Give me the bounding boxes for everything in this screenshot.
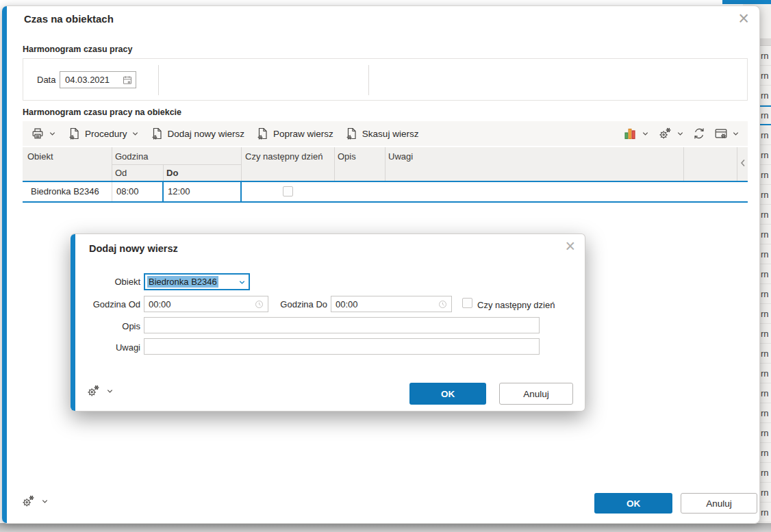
date-input[interactable]: 04.03.2021 [60,71,136,88]
opis-input[interactable] [144,317,540,333]
cell-do: 12:00 [168,186,190,197]
delete-row-button[interactable]: Skasuj wiersz [344,127,419,140]
column-divider [334,147,335,181]
calendar-icon [122,75,133,86]
section-label-harmonogram-obiekt: Harmonogram czasu pracy na obiekcie [23,107,181,117]
godzina-do-label: Godzina Do [273,299,327,309]
date-label: Data [37,75,55,85]
dialog-settings-button[interactable] [21,494,49,509]
column-header-obiekt[interactable]: Obiekt [27,151,53,162]
date-value: 04.03.2021 [65,75,110,85]
add-row-label: Dodaj nowy wiersz [168,129,245,139]
cell-od: 08:00 [116,186,139,197]
column-header-godzina[interactable]: Godzina [115,151,148,162]
column-header-next-day[interactable]: Czy następny dzień [245,151,323,162]
chevron-down-icon [131,130,139,138]
column-divider [163,164,164,181]
modal-cancel-button[interactable]: Anuluj [499,383,573,405]
refresh-button[interactable] [692,127,706,140]
dialog-close-button[interactable]: × [738,8,749,29]
gears-icon [21,494,36,509]
procedury-label: Procedury [85,129,127,139]
column-header-opis[interactable]: Opis [338,151,356,162]
next-day-checkbox[interactable] [462,298,472,308]
chart-options-button[interactable] [624,127,649,140]
edit-row-label: Popraw wiersz [273,129,333,139]
section-label-harmonogram: Harmonogram czasu pracy [23,45,132,54]
bar-chart-icon [624,127,637,140]
window-gear-icon [714,127,728,140]
chevron-down-icon [41,498,49,505]
focused-cell-border [162,182,164,201]
grid-settings-button[interactable] [657,126,684,141]
opis-label: Opis [84,321,140,331]
dialog-cancel-button[interactable]: Anuluj [681,493,757,514]
cell-obiekt: Biedronka B2346 [31,186,99,197]
add-row-button[interactable]: Dodaj nowy wiersz [150,127,245,140]
obiekt-selected-value: Biedronka B2346 [147,276,218,288]
gears-icon [86,383,101,398]
obiekt-label: Obiekt [84,277,140,287]
document-gear-icon [67,127,81,140]
godzina-od-input[interactable]: 00:00 [144,296,268,312]
godzina-od-value: 00:00 [149,299,171,309]
dialog-ok-button[interactable]: OK [594,493,672,514]
header-sub-divider [112,164,241,165]
godzina-do-value: 00:00 [336,299,358,309]
cell-divider [112,182,112,201]
modal-title: Dodaj nowy wiersz [89,243,178,254]
panel-divider [368,65,369,95]
print-button[interactable] [31,127,56,140]
modal-close-button[interactable]: × [565,236,575,256]
godzina-od-label: Godzina Od [84,299,140,309]
document-gear-icon [150,127,164,140]
procedury-button[interactable]: Procedury [67,127,139,140]
column-divider [683,147,684,181]
column-header-uwagi[interactable]: Uwagi [388,151,413,162]
layout-options-button[interactable] [714,127,740,140]
background-bottom-edge [0,523,771,532]
modal-settings-button[interactable] [86,383,114,398]
next-day-checkbox[interactable] [283,186,293,197]
column-divider [241,147,242,181]
chevron-down-icon [49,130,56,138]
chevron-down-icon [732,130,740,138]
clock-icon [254,299,264,309]
printer-icon [31,127,45,140]
obiekt-combobox[interactable]: Biedronka B2346 [144,273,250,290]
dodaj-nowy-wiersz-modal: Dodaj nowy wiersz × Obiekt Biedronka B23… [71,233,585,411]
chevron-down-icon [642,130,649,138]
table-header: Obiekt Godzina Od Do Czy następny dzień … [23,147,748,181]
edit-row-button[interactable]: Popraw wiersz [255,127,333,140]
screen: rnrnrnrnrnrnrnrnrnrnrnrnrnrnrnrnrnrnrnrn… [0,0,771,532]
document-gear-icon [255,127,269,140]
chevron-down-icon [238,279,246,286]
date-panel: Data 04.03.2021 [23,58,748,101]
collapse-panel-icon[interactable] [739,157,747,168]
gears-icon [657,126,672,141]
column-header-od[interactable]: Od [115,168,127,178]
column-header-do[interactable]: Do [166,168,178,178]
table-row-selected[interactable]: Biedronka B2346 08:00 12:00 [23,181,748,203]
next-day-label: Czy następny dzień [477,300,555,310]
column-divider [737,147,737,181]
delete-row-label: Skasuj wiersz [362,129,419,139]
focused-cell-border [240,182,242,201]
document-gear-icon [344,127,358,140]
modal-ok-button[interactable]: OK [409,383,486,405]
dialog-title: Czas na obiektach [24,13,114,25]
panel-divider [158,65,159,95]
toolbar-right-group [624,126,740,141]
uwagi-label: Uwagi [84,342,140,353]
grid-toolbar: Procedury Dodaj nowy wiersz Popraw wiers… [23,121,748,146]
clock-icon [438,299,448,309]
chevron-down-icon [106,388,114,395]
refresh-icon [692,127,706,140]
godzina-do-input[interactable]: 00:00 [331,296,452,312]
chevron-down-icon [677,130,684,138]
column-divider [385,147,386,181]
uwagi-input[interactable] [144,338,540,355]
